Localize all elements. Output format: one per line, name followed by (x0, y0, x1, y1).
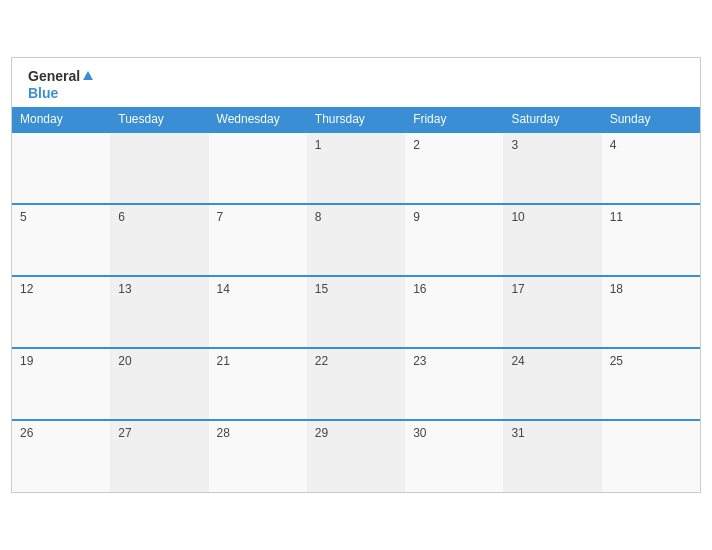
day-number: 6 (118, 210, 125, 224)
weekday-header-tuesday: Tuesday (110, 107, 208, 132)
day-number: 31 (511, 426, 524, 440)
calendar-day-cell: 16 (405, 276, 503, 348)
weekday-header-saturday: Saturday (503, 107, 601, 132)
calendar-week-row: 1234 (12, 132, 700, 204)
day-number: 8 (315, 210, 322, 224)
day-number: 26 (20, 426, 33, 440)
calendar-day-cell: 8 (307, 204, 405, 276)
day-number: 18 (610, 282, 623, 296)
day-number: 30 (413, 426, 426, 440)
logo-blue-text: Blue (28, 85, 58, 102)
day-number: 12 (20, 282, 33, 296)
calendar-day-cell: 5 (12, 204, 110, 276)
calendar-week-row: 262728293031 (12, 420, 700, 492)
calendar-day-cell (110, 132, 208, 204)
day-number: 14 (217, 282, 230, 296)
logo: General Blue (28, 68, 93, 102)
calendar-day-cell: 30 (405, 420, 503, 492)
calendar-day-cell: 26 (12, 420, 110, 492)
calendar-day-cell: 6 (110, 204, 208, 276)
day-number: 20 (118, 354, 131, 368)
calendar-day-cell: 10 (503, 204, 601, 276)
calendar-day-cell: 25 (602, 348, 700, 420)
calendar-day-cell: 13 (110, 276, 208, 348)
calendar-day-cell: 1 (307, 132, 405, 204)
calendar-day-cell: 17 (503, 276, 601, 348)
calendar-day-cell: 4 (602, 132, 700, 204)
calendar-grid: MondayTuesdayWednesdayThursdayFridaySatu… (12, 107, 700, 492)
calendar-day-cell (602, 420, 700, 492)
calendar-day-cell: 2 (405, 132, 503, 204)
calendar-day-cell: 18 (602, 276, 700, 348)
calendar-day-cell: 22 (307, 348, 405, 420)
calendar-body: 1234567891011121314151617181920212223242… (12, 132, 700, 492)
calendar-day-cell: 21 (209, 348, 307, 420)
day-number: 25 (610, 354, 623, 368)
calendar-day-cell: 11 (602, 204, 700, 276)
day-number: 13 (118, 282, 131, 296)
weekday-header-row: MondayTuesdayWednesdayThursdayFridaySatu… (12, 107, 700, 132)
day-number: 9 (413, 210, 420, 224)
day-number: 16 (413, 282, 426, 296)
day-number: 3 (511, 138, 518, 152)
weekday-header-monday: Monday (12, 107, 110, 132)
calendar-day-cell: 3 (503, 132, 601, 204)
weekday-header-thursday: Thursday (307, 107, 405, 132)
day-number: 2 (413, 138, 420, 152)
weekday-header-wednesday: Wednesday (209, 107, 307, 132)
logo-triangle-icon (83, 71, 93, 80)
calendar-day-cell: 29 (307, 420, 405, 492)
calendar-day-cell: 14 (209, 276, 307, 348)
day-number: 11 (610, 210, 623, 224)
day-number: 15 (315, 282, 328, 296)
calendar-day-cell: 24 (503, 348, 601, 420)
calendar-week-row: 19202122232425 (12, 348, 700, 420)
calendar-day-cell: 15 (307, 276, 405, 348)
calendar: General Blue MondayTuesdayWednesdayThurs… (11, 57, 701, 494)
calendar-day-cell (12, 132, 110, 204)
weekday-header-friday: Friday (405, 107, 503, 132)
day-number: 17 (511, 282, 524, 296)
weekday-header-sunday: Sunday (602, 107, 700, 132)
calendar-day-cell: 20 (110, 348, 208, 420)
day-number: 27 (118, 426, 131, 440)
calendar-day-cell: 27 (110, 420, 208, 492)
day-number: 7 (217, 210, 224, 224)
calendar-header: General Blue (12, 58, 700, 108)
calendar-week-row: 12131415161718 (12, 276, 700, 348)
day-number: 22 (315, 354, 328, 368)
calendar-day-cell: 28 (209, 420, 307, 492)
logo-general-text: General (28, 68, 80, 85)
calendar-day-cell (209, 132, 307, 204)
day-number: 1 (315, 138, 322, 152)
day-number: 29 (315, 426, 328, 440)
day-number: 5 (20, 210, 27, 224)
day-number: 10 (511, 210, 524, 224)
day-number: 21 (217, 354, 230, 368)
day-number: 4 (610, 138, 617, 152)
day-number: 23 (413, 354, 426, 368)
day-number: 19 (20, 354, 33, 368)
calendar-day-cell: 12 (12, 276, 110, 348)
calendar-day-cell: 19 (12, 348, 110, 420)
calendar-day-cell: 7 (209, 204, 307, 276)
calendar-day-cell: 9 (405, 204, 503, 276)
day-number: 28 (217, 426, 230, 440)
calendar-week-row: 567891011 (12, 204, 700, 276)
calendar-day-cell: 23 (405, 348, 503, 420)
calendar-day-cell: 31 (503, 420, 601, 492)
day-number: 24 (511, 354, 524, 368)
